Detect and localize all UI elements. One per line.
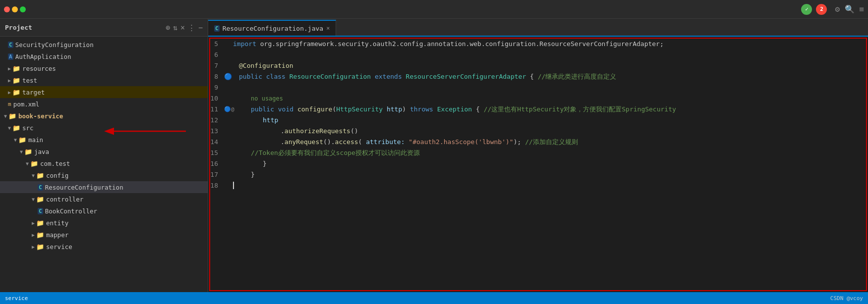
folder-icon: 📁 [36, 196, 44, 203]
sidebar-item-resources[interactable]: ▶ 📁 resources [0, 62, 208, 74]
folder-icon: 📁 [8, 112, 16, 120]
tree-item-label: target [22, 89, 45, 96]
line-number: 6 [208, 50, 224, 60]
code-line-12: 12 http [208, 115, 868, 126]
line-number: 10 [208, 93, 224, 104]
line-content-7: @Configuration [233, 60, 293, 71]
tree-item-label: service [46, 243, 72, 251]
sidebar-item-controller[interactable]: ▼ 📁 controller [0, 193, 208, 205]
code-line-16: 16 } [208, 158, 868, 169]
tree-item-label: AuthApplication [15, 53, 71, 60]
line-number: 18 [208, 180, 224, 191]
xml-icon: m [8, 101, 11, 107]
sidebar-item-test[interactable]: ▶ 📁 test [0, 74, 208, 86]
chevron-icon: ▼ [14, 137, 17, 143]
main-content: Project ⊕ ⇅ × ⋮ − C SecurityConfiguratio… [0, 19, 868, 292]
line-number: 11 [208, 104, 224, 115]
toolbar-icons[interactable]: ⚙ 🔍 ≡ [835, 4, 864, 14]
sidebar-item-config[interactable]: ▼ 📁 config [0, 169, 208, 181]
chevron-icon: ▼ [32, 173, 35, 178]
minimize-icon[interactable]: − [198, 23, 203, 32]
sidebar-item-entity[interactable]: ▶ 📁 entity [0, 217, 208, 229]
tab-resource-configuration[interactable]: C ResourceConfiguration.java × [208, 20, 336, 36]
code-line-10: 10 no usages [208, 93, 868, 104]
tree-item-label: ResourceConfiguration [45, 184, 123, 191]
line-number: 7 [208, 60, 224, 71]
java-app-icon: A [8, 53, 13, 60]
folder-icon: 📁 [24, 148, 32, 155]
code-editor[interactable]: 5 import org.springframework.security.oa… [208, 37, 868, 292]
tree-item-label: java [34, 148, 49, 155]
sidebar-tree: C SecurityConfiguration A AuthApplicatio… [0, 37, 208, 292]
sidebar: Project ⊕ ⇅ × ⋮ − C SecurityConfiguratio… [0, 19, 208, 292]
folder-icon: 📁 [30, 160, 38, 167]
sidebar-item-target[interactable]: ▶ 📁 target [0, 86, 208, 98]
chevron-icon: ▶ [32, 220, 35, 226]
line-number: 17 [208, 169, 224, 180]
folder-icon: 📁 [18, 136, 26, 144]
sidebar-item-pom-xml[interactable]: m pom.xml [0, 98, 208, 110]
sidebar-item-com-test[interactable]: ▼ 📁 com.test [0, 157, 208, 169]
top-bar-left [4, 6, 30, 12]
sidebar-item-book-controller[interactable]: C BookController [0, 205, 208, 217]
code-line-5: 5 import org.springframework.security.oa… [208, 39, 868, 50]
debug-button[interactable]: 2 [816, 4, 827, 15]
code-line-7: 7 @Configuration [208, 60, 868, 71]
code-line-11: 11 🔵@ public void configure(HttpSecurity… [208, 104, 868, 115]
folder-icon: 📁 [36, 243, 44, 251]
tab-label: ResourceConfiguration.java [223, 25, 324, 32]
code-line-15: 15 //Token必须要有我们自定义scope授权才可以访问此资源 [208, 148, 868, 158]
tree-item-label: resources [22, 65, 56, 72]
chevron-icon: ▶ [8, 90, 11, 95]
tab-bar: C ResourceConfiguration.java × [208, 19, 868, 37]
line-content-8: public class ResourceConfiguration exten… [233, 71, 616, 82]
tree-item-label: test [22, 77, 37, 84]
sidebar-item-book-service[interactable]: ▼ 📁 book-service [0, 110, 208, 122]
tree-item-label: SecurityConfiguration [15, 41, 94, 49]
line-content-17: } [233, 169, 255, 180]
code-line-9: 9 [208, 82, 868, 93]
sidebar-header: Project ⊕ ⇅ × ⋮ − [0, 19, 208, 37]
chevron-icon: ▼ [26, 161, 29, 166]
sidebar-item-resource-configuration[interactable]: C ResourceConfiguration [0, 181, 208, 193]
code-line-17: 17 } [208, 169, 868, 180]
java-class-icon: C [38, 208, 43, 214]
sidebar-item-auth-application[interactable]: A AuthApplication [0, 51, 208, 62]
status-right: CSDN @vcoy [830, 295, 863, 302]
chevron-icon: ▼ [32, 197, 35, 202]
sidebar-actions[interactable]: ⊕ ⇅ × ⋮ − [166, 23, 203, 32]
line-number: 9 [208, 82, 224, 93]
chevron-icon: ▶ [32, 244, 35, 250]
line-content-10: no usages [233, 93, 283, 104]
code-line-6: 6 [208, 50, 868, 60]
window-controls[interactable] [4, 6, 26, 12]
line-content-12: http [233, 115, 278, 126]
line-content-16: } [233, 158, 267, 169]
sidebar-item-security-configuration[interactable]: C SecurityConfiguration [0, 39, 208, 51]
folder-icon: 📁 [12, 65, 20, 72]
chevron-icon: ▼ [4, 113, 7, 119]
run-button[interactable]: ✓ [801, 4, 812, 15]
sidebar-item-src[interactable]: ▼ 📁 src [0, 122, 208, 134]
tree-item-label: mapper [46, 231, 68, 239]
close-icon[interactable]: × [180, 23, 185, 32]
tree-item-label: entity [46, 219, 68, 227]
line-number: 13 [208, 126, 224, 137]
sidebar-item-java[interactable]: ▼ 📁 java [0, 146, 208, 157]
line-number: 14 [208, 137, 224, 148]
code-line-13: 13 .authorizeRequests() [208, 126, 868, 137]
bottom-bar: service CSDN @vcoy [0, 292, 868, 304]
sidebar-item-main[interactable]: ▼ 📁 main [0, 134, 208, 146]
up-down-icon[interactable]: ⇅ [173, 23, 177, 32]
line-number: 5 [208, 39, 224, 50]
tab-close-button[interactable]: × [326, 25, 330, 32]
chevron-icon: ▶ [32, 232, 35, 238]
more-icon[interactable]: ⋮ [188, 23, 195, 32]
folder-icon: 📁 [12, 77, 20, 84]
line-content-15: //Token必须要有我们自定义scope授权才可以访问此资源 [233, 148, 420, 158]
add-icon[interactable]: ⊕ [166, 23, 170, 32]
sidebar-item-mapper[interactable]: ▶ 📁 mapper [0, 229, 208, 241]
sidebar-item-service[interactable]: ▶ 📁 service [0, 241, 208, 253]
line-content-13: .authorizeRequests() [233, 126, 358, 137]
tree-item-label: com.test [40, 160, 70, 167]
